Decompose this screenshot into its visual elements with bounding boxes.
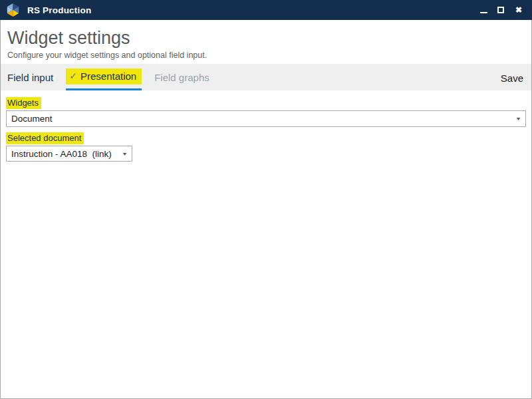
maximize-button[interactable] bbox=[497, 6, 505, 14]
selected-document-field-group: Selected document Instruction - AA018 (l… bbox=[6, 132, 526, 162]
selected-document-label: Selected document bbox=[6, 132, 84, 144]
tab-field-graphs[interactable]: Field graphs bbox=[154, 64, 209, 90]
app-logo-cube-icon bbox=[6, 3, 20, 17]
page-title: Widget settings bbox=[7, 27, 525, 49]
check-icon: ✓ bbox=[69, 70, 77, 81]
close-button[interactable]: ✖ bbox=[515, 6, 523, 14]
window-controls: ✖ bbox=[480, 6, 527, 14]
tab-field-input[interactable]: Field input bbox=[7, 64, 53, 90]
tab-presentation-label: Presentation bbox=[80, 70, 136, 82]
minimize-button[interactable] bbox=[480, 6, 488, 14]
settings-form: Widgets Document ▼ Selected document Ins… bbox=[1, 90, 531, 398]
tab-field-graphs-label: Field graphs bbox=[154, 72, 209, 83]
window-title: RS Production bbox=[27, 5, 480, 15]
dropdown-arrow-icon: ▼ bbox=[515, 116, 521, 121]
tab-field-input-label: Field input bbox=[7, 72, 53, 83]
widgets-select[interactable]: Document ▼ bbox=[6, 110, 526, 127]
tab-bar: Field input ✓ Presentation Field graphs … bbox=[1, 64, 531, 90]
save-button-label: Save bbox=[501, 72, 523, 84]
widgets-label: Widgets bbox=[6, 97, 41, 109]
widgets-field-group: Widgets Document ▼ bbox=[6, 96, 526, 127]
app-window: RS Production ✖ Widget settings Configur… bbox=[0, 0, 532, 399]
titlebar: RS Production ✖ bbox=[0, 0, 532, 20]
close-icon: ✖ bbox=[515, 6, 522, 14]
maximize-icon bbox=[497, 7, 504, 13]
minimize-icon bbox=[480, 12, 487, 13]
page-subtitle: Configure your widget settings and optio… bbox=[7, 51, 525, 60]
widgets-select-value: Document bbox=[11, 114, 53, 124]
page-header: Widget settings Configure your widget se… bbox=[1, 20, 531, 64]
save-button[interactable]: Save bbox=[501, 64, 523, 90]
selected-document-select[interactable]: Instruction - AA018 (link) ▼ bbox=[6, 146, 132, 162]
dropdown-arrow-icon: ▼ bbox=[122, 152, 128, 156]
tab-presentation[interactable]: ✓ Presentation bbox=[66, 64, 142, 90]
tab-presentation-highlight: ✓ Presentation bbox=[66, 68, 142, 84]
selected-document-select-value: Instruction - AA018 (link) bbox=[11, 149, 112, 159]
